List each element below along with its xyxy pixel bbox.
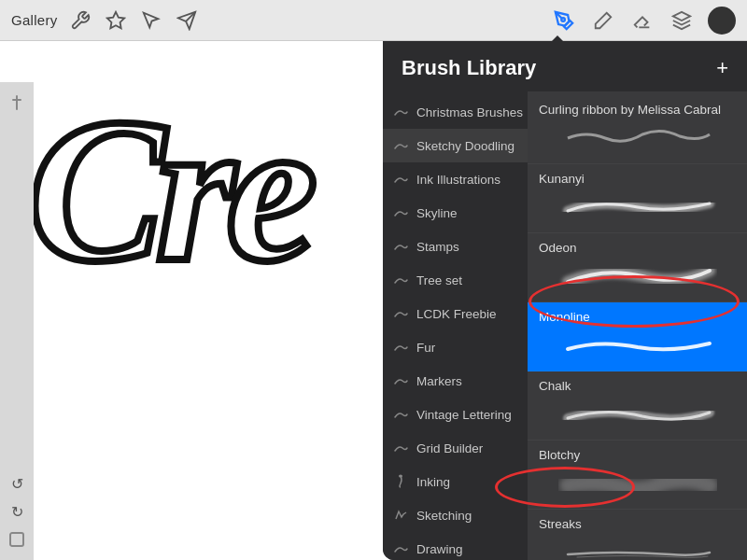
category-label-13: Drawing <box>416 542 463 556</box>
category-icon-12 <box>390 505 411 525</box>
gallery-button[interactable]: Gallery <box>11 12 58 28</box>
toolbar-right <box>551 7 736 35</box>
brush-preview-1 <box>539 189 736 225</box>
category-icon-2 <box>390 169 411 189</box>
brush-panel-title: Brush Library <box>402 56 536 80</box>
category-icon-7 <box>390 337 411 357</box>
brush-name-4: Chalk <box>539 379 571 393</box>
category-label-7: Fur <box>416 341 435 355</box>
square-tool[interactable] <box>4 526 30 553</box>
category-label-2: Ink Illustrations <box>416 173 500 187</box>
brush-name-1: Kunanyi <box>539 172 585 186</box>
category-label-1: Sketchy Doodling <box>416 139 514 153</box>
category-label-6: LCDK Freebie <box>416 307 497 321</box>
wrench-button[interactable] <box>67 7 93 34</box>
category-icon-0 <box>390 102 411 122</box>
svg-rect-6 <box>16 95 18 110</box>
svg-marker-5 <box>673 11 690 20</box>
svg-point-9 <box>399 475 402 478</box>
svg-rect-8 <box>10 533 23 546</box>
undo-button[interactable]: ↺ <box>6 472 28 495</box>
category-icon-9 <box>390 404 411 425</box>
brush-preview-2 <box>539 259 736 294</box>
selection-button[interactable] <box>138 7 164 34</box>
svg-marker-4 <box>596 12 612 28</box>
brush-add-button[interactable]: + <box>716 58 728 78</box>
redo-button[interactable]: ↻ <box>6 500 28 523</box>
category-icon-1 <box>390 135 411 156</box>
brush-item-monoline[interactable]: Monoline <box>528 302 747 371</box>
category-item-skyline[interactable]: Skyline <box>383 196 528 230</box>
pen-button[interactable] <box>551 7 577 34</box>
main-toolbar: Gallery <box>0 0 747 41</box>
category-icon-13 <box>390 539 411 559</box>
brush-name-3: Monoline <box>539 310 590 324</box>
brush-preview-5 <box>539 466 736 501</box>
svg-rect-7 <box>12 99 21 101</box>
brush-name-6: Streaks <box>539 517 582 531</box>
toolbar-left: Gallery <box>11 7 200 34</box>
brush-preview-6 <box>539 535 736 560</box>
brush-item-kunanyi[interactable]: Kunanyi <box>528 164 747 233</box>
category-label-8: Markers <box>416 374 462 388</box>
category-label-5: Tree set <box>416 273 462 287</box>
category-item-drawing[interactable]: Drawing <box>383 532 528 560</box>
brush-item-chalk[interactable]: Chalk <box>528 371 747 441</box>
category-label-10: Grid Builder <box>416 441 483 455</box>
svg-point-3 <box>561 18 565 21</box>
svg-marker-0 <box>106 11 123 27</box>
category-label-3: Skyline <box>416 206 458 220</box>
brush-name-5: Blotchy <box>539 448 580 462</box>
eraser-button[interactable] <box>629 7 655 34</box>
category-item-ink-illustrations[interactable]: Ink Illustrations <box>383 162 528 196</box>
brush-item-blotchy[interactable]: Blotchy <box>528 441 747 510</box>
brush-item-curling-ribbon-by-melissa-cabral[interactable]: Curling ribbon by Melissa Cabral <box>528 95 747 164</box>
category-label-9: Vintage Lettering <box>416 408 512 422</box>
category-item-tree-set[interactable]: Tree set <box>383 263 528 297</box>
category-list: Christmas BrushesSketchy DoodlingInk Ill… <box>383 91 528 560</box>
category-icon-8 <box>390 371 411 391</box>
brush-size-slider[interactable] <box>4 90 30 116</box>
category-item-vintage-lettering[interactable]: Vintage Lettering <box>383 398 528 431</box>
brush-list: Curling ribbon by Melissa CabralKunanyiO… <box>528 91 747 560</box>
category-item-fur[interactable]: Fur <box>383 330 528 364</box>
brush-library-panel: Brush Library + Christmas BrushesSketchy… <box>383 41 747 560</box>
brush-preview-0 <box>539 120 736 156</box>
category-label-12: Sketching <box>416 509 472 523</box>
layers-button[interactable] <box>669 7 695 34</box>
pencil-button[interactable] <box>590 7 616 34</box>
category-item-lcdk-freebie[interactable]: LCDK Freebie <box>383 297 528 330</box>
category-icon-10 <box>390 438 411 458</box>
category-label-4: Stamps <box>416 240 459 254</box>
category-item-sketchy-doodling[interactable]: Sketchy Doodling <box>383 129 528 162</box>
category-icon-11 <box>390 471 411 492</box>
brush-preview-4 <box>539 397 736 432</box>
brush-name-2: Odeon <box>539 241 577 255</box>
category-item-stamps[interactable]: Stamps <box>383 230 528 263</box>
brush-item-streaks[interactable]: Streaks <box>528 510 747 560</box>
brush-panel-body: Christmas BrushesSketchy DoodlingInk Ill… <box>383 91 747 560</box>
panel-caret <box>550 35 565 43</box>
brush-name-0: Curling ribbon by Melissa Cabral <box>539 103 721 117</box>
category-label-11: Inking <box>416 475 450 489</box>
category-item-inking[interactable]: Inking <box>383 465 528 498</box>
category-icon-4 <box>390 236 411 257</box>
category-item-grid-builder[interactable]: Grid Builder <box>383 431 528 465</box>
brush-item-odeon[interactable]: Odeon <box>528 233 747 302</box>
send-button[interactable] <box>174 7 200 34</box>
category-icon-5 <box>390 270 411 290</box>
category-item-sketching[interactable]: Sketching <box>383 498 528 532</box>
user-avatar <box>708 7 736 35</box>
category-label-0: Christmas Brushes <box>416 105 523 119</box>
magic-button[interactable] <box>103 7 129 34</box>
category-icon-6 <box>390 303 411 324</box>
brush-preview-3 <box>539 328 736 363</box>
category-item-markers[interactable]: Markers <box>383 364 528 398</box>
canvas-lettering: Cre <box>28 88 308 293</box>
brush-panel-header: Brush Library + <box>383 41 747 91</box>
category-icon-3 <box>390 203 411 223</box>
category-item-christmas-brushes[interactable]: Christmas Brushes <box>383 95 528 129</box>
